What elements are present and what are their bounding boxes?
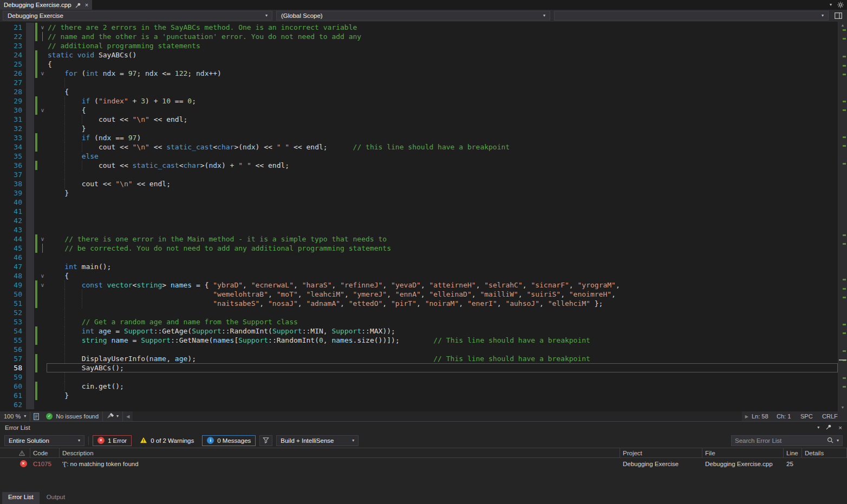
line-number[interactable]: 29 — [0, 96, 26, 106]
project-dropdown[interactable]: Debugging Exercise ▾ — [3, 11, 272, 21]
breakpoint-margin[interactable] — [26, 69, 34, 78]
line-number[interactable]: 23 — [0, 41, 26, 50]
line-number[interactable]: 52 — [0, 308, 26, 317]
fold-collapse-icon[interactable]: ∨ — [38, 69, 47, 78]
search-options-chevron-icon[interactable]: ▾ — [837, 438, 839, 443]
code-line[interactable]: 58 SayABCs(); — [0, 363, 838, 372]
panel-pin-icon[interactable] — [826, 424, 832, 431]
errors-filter-button[interactable]: × 1 Error — [93, 435, 132, 446]
document-health-icon[interactable] — [30, 413, 42, 420]
hscroll-left-icon[interactable]: ◀ — [123, 414, 133, 419]
breakpoint-margin[interactable] — [26, 198, 34, 207]
code-text[interactable]: cin.get(); — [47, 382, 838, 391]
breakpoint-margin[interactable] — [26, 372, 34, 382]
code-text[interactable] — [47, 78, 838, 87]
column-header-code[interactable]: Code — [30, 448, 60, 457]
code-line[interactable]: 62 — [0, 400, 838, 409]
code-line[interactable]: 31 cout << "\n" << endl; — [0, 115, 838, 124]
code-text[interactable]: cout << "\n" << endl; — [47, 115, 838, 124]
code-text[interactable] — [47, 400, 838, 409]
line-number[interactable]: 31 — [0, 115, 26, 124]
code-line[interactable]: 57 DisplayUserInfo(name, age); // This l… — [0, 354, 838, 363]
breakpoint-margin[interactable] — [26, 96, 34, 106]
code-line[interactable]: 56 — [0, 345, 838, 354]
breakpoint-margin[interactable] — [26, 326, 34, 336]
window-position-chevron-icon[interactable]: ▾ — [817, 426, 819, 430]
code-line[interactable]: 39 } — [0, 188, 838, 198]
code-text[interactable]: // Get a random age and name from the Su… — [47, 317, 838, 326]
breakpoint-margin[interactable] — [26, 115, 34, 124]
code-text[interactable]: SayABCs(); — [47, 363, 838, 372]
warnings-filter-button[interactable]: 0 of 2 Warnings — [135, 435, 198, 446]
breakpoint-margin[interactable] — [26, 124, 34, 133]
line-number[interactable]: 28 — [0, 87, 26, 96]
code-line[interactable]: 28 { — [0, 87, 838, 96]
line-number[interactable]: 54 — [0, 326, 26, 336]
code-text[interactable]: DisplayUserInfo(name, age); // This line… — [47, 354, 838, 363]
line-number[interactable]: 22 — [0, 32, 26, 41]
breakpoint-margin[interactable] — [26, 133, 34, 142]
breakpoint-margin[interactable] — [26, 50, 34, 60]
line-number[interactable]: 48 — [0, 271, 26, 280]
code-text[interactable] — [47, 225, 838, 234]
code-text[interactable]: // be corrected. You do not need to add … — [47, 244, 838, 253]
code-line[interactable]: 29 if ("index" + 3) + 10 == 0; — [0, 96, 838, 106]
breakpoint-margin[interactable] — [26, 78, 34, 87]
breakpoint-margin[interactable] — [26, 400, 34, 409]
breakpoint-margin[interactable] — [26, 253, 34, 262]
code-text[interactable] — [47, 345, 838, 354]
code-text[interactable]: { — [47, 60, 838, 69]
breakpoint-margin[interactable] — [26, 216, 34, 225]
code-text[interactable]: cout << static_cast<char>(ndx) + " " << … — [47, 161, 838, 170]
breakpoint-margin[interactable] — [26, 308, 34, 317]
line-indicator[interactable]: Ln: 58 — [752, 413, 777, 420]
line-number[interactable]: 35 — [0, 152, 26, 161]
panel-tab-error-list[interactable]: Error List — [2, 492, 40, 504]
breakpoint-margin[interactable] — [26, 290, 34, 299]
breakpoint-margin[interactable] — [26, 60, 34, 69]
hscroll-right-icon[interactable]: ▶ — [742, 414, 752, 419]
line-number[interactable]: 62 — [0, 400, 26, 409]
column-header-line[interactable]: Line — [784, 448, 802, 457]
code-text[interactable] — [47, 207, 838, 216]
line-number[interactable]: 59 — [0, 372, 26, 382]
breakpoint-margin[interactable] — [26, 41, 34, 50]
code-line[interactable]: 25{ — [0, 60, 838, 69]
code-line[interactable]: 30∨ { — [0, 106, 838, 115]
column-header-description[interactable]: Description — [60, 448, 620, 457]
line-number[interactable]: 56 — [0, 345, 26, 354]
line-number[interactable]: 49 — [0, 280, 26, 290]
scope-filter-dropdown[interactable]: Entire Solution ▾ — [4, 435, 84, 446]
line-number[interactable]: 58 — [0, 363, 26, 372]
code-text[interactable]: cout << "\n" << endl; — [47, 179, 838, 188]
fold-collapse-icon[interactable]: ∨ — [38, 280, 47, 290]
line-number[interactable]: 46 — [0, 253, 26, 262]
code-line[interactable]: 60 cin.get(); — [0, 382, 838, 391]
panel-close-icon[interactable]: × — [838, 424, 842, 431]
line-number[interactable]: 27 — [0, 78, 26, 87]
code-text[interactable]: for (int ndx = 97; ndx <= 122; ndx++) — [47, 69, 838, 78]
breakpoint-margin[interactable] — [26, 271, 34, 280]
code-line[interactable]: 21∨// there are 2 errors in the SayABCs … — [0, 23, 838, 32]
breakpoint-margin[interactable] — [26, 244, 34, 253]
breakpoint-margin[interactable] — [26, 354, 34, 363]
code-text[interactable] — [47, 198, 838, 207]
code-text[interactable]: // name and the other is a 'punctuation'… — [47, 32, 838, 41]
column-indicator[interactable]: Ch: 1 — [777, 413, 800, 420]
code-line[interactable]: 34 cout << "\n" << static_cast<char>(ndx… — [0, 142, 838, 152]
code-text[interactable] — [47, 372, 838, 382]
severity-column-header[interactable] — [16, 448, 30, 457]
issues-status[interactable]: ✓ No issues found — [42, 413, 102, 420]
code-line[interactable]: 43 — [0, 225, 838, 234]
code-line[interactable]: 35 else — [0, 152, 838, 161]
breakpoint-margin[interactable] — [26, 106, 34, 115]
code-text[interactable]: // there is one error in the Main method… — [47, 234, 838, 244]
code-text[interactable]: "naitsabeS", "nosaJ", "adnamA", "ettedO"… — [47, 299, 838, 308]
line-number[interactable]: 57 — [0, 354, 26, 363]
line-number[interactable]: 51 — [0, 299, 26, 308]
spaces-indicator[interactable]: SPC — [800, 413, 822, 420]
breakpoint-margin[interactable] — [26, 188, 34, 198]
code-text[interactable]: { — [47, 271, 838, 280]
breakpoint-margin[interactable] — [26, 363, 34, 372]
code-line[interactable]: 27 — [0, 78, 838, 87]
